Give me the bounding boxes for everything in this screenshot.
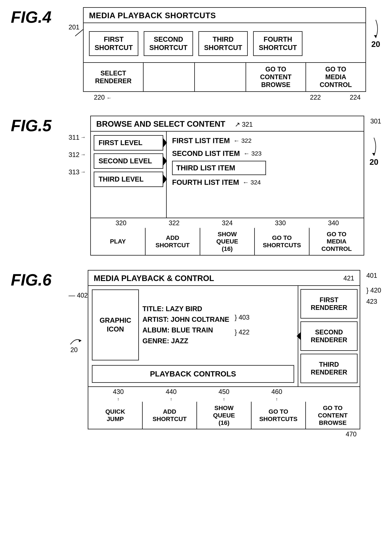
fig5-list-item-2[interactable]: SECOND LIST ITEM <box>172 148 240 159</box>
fig5-ref-322-label: ← 322 <box>233 137 252 144</box>
fig5-label: FIG.5 <box>11 117 61 134</box>
fig5-list-item-1-row: FIRST LIST ITEM ← 322 <box>172 135 358 146</box>
fig6-cell-show-queue[interactable]: SHOWQUEUE(16) <box>197 402 251 429</box>
fig6-media-refs: } 403 } 422 <box>235 290 250 360</box>
fig4-ref-222: 222 <box>310 94 321 101</box>
fig6-ref-450: 450 <box>219 388 229 395</box>
fig5-level-third[interactable]: THIRD LEVEL <box>94 172 163 187</box>
fig5-ref-312: 312 <box>69 151 79 159</box>
fig5-ref-322b: 322 <box>169 219 179 227</box>
fig6-ref-420: } 420 <box>366 286 381 294</box>
fig6-renderers-panel: FIRSTRENDERER SECONDRENDERER THIRDRENDER… <box>298 286 360 386</box>
fig5-bracket-arrow <box>369 136 379 157</box>
fig6-ref-20-label: 20 <box>70 346 78 354</box>
fig5-ref-323-label: ← 323 <box>244 150 262 157</box>
fig5-content: 311 → 312 → 313 → BROWSE AND <box>69 116 381 255</box>
fig5-levels-panel: FIRST LEVEL SECOND LEVEL THIRD LEVEL <box>91 132 167 218</box>
fig4-refs-row: 220 ← 222 224 <box>83 92 366 101</box>
fig6-cell-go-content[interactable]: GO TOCONTENTBROWSE <box>306 402 360 429</box>
fig6-ref-401: 401 <box>366 272 377 279</box>
fig6-ref-440: 440 <box>166 388 177 395</box>
fig5-list-item-2-row: SECOND LIST ITEM ← 323 <box>172 148 358 159</box>
fig6-renderers-list: FIRSTRENDERER SECONDRENDERER THIRDRENDER… <box>298 286 360 386</box>
fig5-list-panel: FIRST LIST ITEM ← 322 SECOND LIST ITEM ←… <box>167 132 364 218</box>
fig6-cell-go-shortcuts[interactable]: GO TOSHORTCUTS <box>252 402 306 429</box>
fig5-list-item-4-row: FOURTH LIST ITEM ← 324 <box>172 177 358 188</box>
fig4-diagram: MEDIA PLAYBACK SHORTCUTS FIRSTSHORTCUT S… <box>83 7 366 92</box>
fig6-ref-470-row: 470 <box>88 429 360 438</box>
shortcut-first[interactable]: FIRSTSHORTCUT <box>89 31 138 56</box>
fig5-cell-play[interactable]: PLAY <box>91 228 145 255</box>
fig6-ref-460: 460 <box>271 388 282 395</box>
fig5-ref-311: 311 <box>69 134 79 141</box>
fig6-detail-artist: ARTIST: JOHN COLTRANE <box>142 315 229 324</box>
fig5-ref-20-container: 20 <box>369 136 379 166</box>
fig5-cell-go-shortcuts[interactable]: GO TOSHORTCUTS <box>255 228 309 255</box>
fig4-bracket-arrow <box>370 18 381 40</box>
fig5-cell-show-queue[interactable]: SHOWQUEUE(16) <box>200 228 255 255</box>
fig5-list-item-1[interactable]: FIRST LIST ITEM <box>172 135 230 146</box>
fig5-ref-330: 330 <box>275 219 286 227</box>
fig6-detail-album: ALBUM: BLUE TRAIN <box>142 326 229 335</box>
fig6-renderer-second[interactable]: SECONDRENDERER <box>300 321 358 351</box>
shortcut-second[interactable]: SECONDSHORTCUT <box>144 31 193 56</box>
shortcut-third[interactable]: THIRDSHORTCUT <box>198 31 248 56</box>
shortcut-fourth[interactable]: FOURTHSHORTCUT <box>253 31 303 56</box>
fig5-ref-324b: 324 <box>222 219 233 227</box>
fig5-ref-313-row: 313 → <box>69 168 90 176</box>
fig6-ref-430: 430 <box>113 388 124 395</box>
fig5-right-refs: 301 20 <box>369 116 381 166</box>
fig5-diagram: BROWSE AND SELECT CONTENT ↗ 321 FIRST LE… <box>90 116 364 255</box>
fig4-ref-220: 220 <box>94 94 105 101</box>
fig5-bottom-row: PLAY ADDSHORTCUT SHOWQUEUE(16) GO TOSHOR… <box>91 228 364 255</box>
fig4-cell-go-media[interactable]: GO TOMEDIACONTROL <box>306 63 365 91</box>
fig4-cell-go-content[interactable]: GO TOCONTENTBROWSE <box>246 63 306 91</box>
fig6-media-info: GRAPHICICON TITLE: LAZY BIRD ARTIST: JOH… <box>92 290 294 360</box>
fig6-label: FIG.6 <box>11 272 61 288</box>
fig4-cell-empty1 <box>144 63 195 91</box>
fig5-cell-add-shortcut[interactable]: ADDSHORTCUT <box>145 228 200 255</box>
fig6-bottom-arrows: ↑ ↑ ↑ ↑ <box>88 397 360 402</box>
fig4-cell-empty2 <box>195 63 246 91</box>
fig6-body: GRAPHICICON TITLE: LAZY BIRD ARTIST: JOH… <box>88 286 360 387</box>
fig6-cell-quick-jump[interactable]: QUICKJUMP <box>88 402 143 429</box>
fig6-diagram: MEDIA PLAYBACK & CONTROL 421 GRAPHICICON… <box>88 270 360 429</box>
fig6-ref-470: 470 <box>346 430 357 438</box>
fig4-ref-20-container: 20 <box>370 18 381 49</box>
fig6-bottom-row: QUICKJUMP ADDSHORTCUT SHOWQUEUE(16) GO T… <box>88 402 360 429</box>
fig4-container: FIG.4 201 MEDIA PLAYBACK SHORTCUTS <box>11 7 381 101</box>
fig5-ref-320: 320 <box>116 219 126 227</box>
fig6-arrow-20 <box>69 335 83 346</box>
page: FIG.4 201 MEDIA PLAYBACK SHORTCUTS <box>11 7 381 438</box>
fig5-bottom-refs: 320 322 324 330 <box>91 218 364 228</box>
fig6-renderer-third[interactable]: THIRDRENDERER <box>300 354 358 383</box>
fig5-level-second[interactable]: SECOND LEVEL <box>94 153 163 169</box>
fig6-content: — 402 20 MEDIA PLAYBACK & CONTROL <box>69 270 381 438</box>
fig6-playback-controls[interactable]: PLAYBACK CONTROLS <box>92 365 294 383</box>
fig5-ref-324-label: ← 324 <box>243 179 261 186</box>
fig6-detail-genre: GENRE: JAZZ <box>142 337 229 345</box>
fig6-renderer-first[interactable]: FIRSTRENDERER <box>300 289 358 319</box>
fig4-title: MEDIA PLAYBACK SHORTCUTS <box>84 8 365 23</box>
fig6-left-panel: GRAPHICICON TITLE: LAZY BIRD ARTIST: JOH… <box>88 286 298 386</box>
fig5-ref-301: 301 <box>370 117 381 125</box>
fig6-left-refs: — 402 20 <box>69 270 88 354</box>
fig4-cell-select-renderer[interactable]: SELECTRENDERER <box>84 63 144 91</box>
fig5-list-item-4[interactable]: FOURTH LIST ITEM <box>172 177 239 188</box>
fig4-label: FIG.4 <box>11 9 61 25</box>
fig5-level-first[interactable]: FIRST LEVEL <box>94 135 163 151</box>
fig5-ref-313: 313 <box>69 168 79 176</box>
fig6-ref-423: 423 <box>366 298 377 305</box>
fig5-list-item-3-row: THIRD LIST ITEM <box>172 161 358 175</box>
fig6-cell-add-shortcut[interactable]: ADDSHORTCUT <box>143 402 197 429</box>
fig6-detail-title: TITLE: LAZY BIRD <box>142 305 229 313</box>
fig5-list-item-3[interactable]: THIRD LIST ITEM <box>172 161 266 175</box>
fig4-content: 201 MEDIA PLAYBACK SHORTCUTS FIRSTSHORTC… <box>69 7 381 101</box>
fig6-ref-422: } 422 <box>235 328 250 336</box>
fig5-cell-go-media[interactable]: GO TOMEDIACONTROL <box>309 228 364 255</box>
fig5-ref-311-row: 311 → <box>69 134 90 141</box>
fig5-ref-312-row: 312 → <box>69 151 90 159</box>
fig4-shortcuts-row: FIRSTSHORTCUT SECONDSHORTCUT THIRDSHORTC… <box>84 23 365 63</box>
fig4-bottom-row: SELECTRENDERER GO TOCONTENTBROWSE GO TOM… <box>84 63 365 91</box>
fig6-ref-420-container: } 420 <box>364 286 381 294</box>
